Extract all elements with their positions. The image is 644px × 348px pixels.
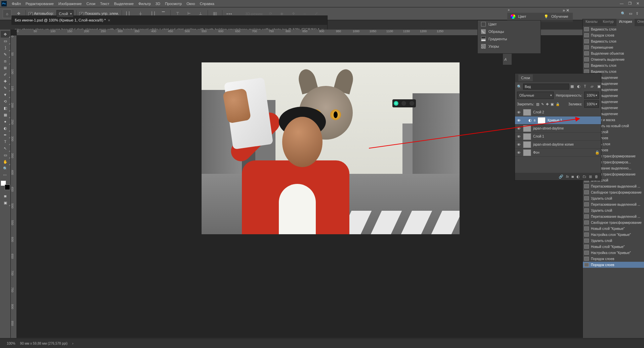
- minimize-icon[interactable]: —: [620, 1, 624, 6]
- home-button[interactable]: ⌂: [3, 9, 11, 18]
- lock-pixels-icon[interactable]: ✎: [541, 102, 544, 106]
- shape-tool[interactable]: ▭: [1, 152, 10, 158]
- close-icon[interactable]: ✕: [636, 1, 639, 6]
- menu-фильтр[interactable]: Фильтр: [136, 1, 153, 6]
- lock-position-icon[interactable]: ✥: [546, 102, 549, 106]
- edit-toolbar[interactable]: ⋯: [1, 172, 10, 179]
- history-brush-tool[interactable]: ⟲: [1, 98, 10, 105]
- stamp-tool[interactable]: ▼: [1, 91, 10, 98]
- history-tab[interactable]: Каналы: [583, 19, 600, 26]
- history-item[interactable]: Новый слой "Кривые": [583, 226, 644, 232]
- layer-group-icon[interactable]: 🗀: [583, 175, 586, 179]
- menu-3d[interactable]: 3D: [153, 1, 163, 6]
- layer-thumbnail[interactable]: [523, 133, 531, 140]
- history-item[interactable]: Свободное трансформирование: [583, 219, 644, 226]
- brush-tool[interactable]: ✎: [1, 85, 10, 91]
- history-item[interactable]: Порядок слоев: [583, 262, 644, 268]
- layer-thumbnail[interactable]: [523, 109, 531, 116]
- history-tab[interactable]: Операц: [635, 19, 644, 26]
- status-arrow-icon[interactable]: ›: [72, 342, 73, 345]
- delete-layer-icon[interactable]: 🗑: [595, 175, 598, 179]
- lasso-tool[interactable]: ⟆: [1, 44, 10, 51]
- workspace-icon[interactable]: ▭: [629, 11, 632, 16]
- history-item[interactable]: Порядок слоев: [583, 32, 644, 38]
- history-item[interactable]: Свободное трансформирование: [583, 189, 644, 195]
- samples-row[interactable]: Образцы: [478, 28, 541, 35]
- opacity-input[interactable]: 100%: [584, 92, 599, 99]
- layer-name-label[interactable]: japan-street-daytime: [533, 127, 564, 130]
- screen-mode-toggle[interactable]: ▣: [1, 199, 10, 206]
- history-item[interactable]: Настройка слоя "Кривые": [583, 250, 644, 256]
- layer-fx-icon[interactable]: fx: [566, 175, 569, 179]
- tab-close-icon[interactable]: ×: [108, 18, 111, 23]
- blend-mode-dropdown[interactable]: Обычные: [517, 92, 554, 99]
- autoselect-target-dropdown[interactable]: Слой: [56, 10, 74, 17]
- layer-row[interactable]: 👁japan-street-daytime копия: [515, 141, 601, 149]
- history-item[interactable]: Видимость слоя: [583, 38, 644, 44]
- layers-tab[interactable]: Слои: [518, 74, 533, 81]
- layer-visibility-icon[interactable]: 👁: [516, 118, 521, 122]
- history-item[interactable]: Удалить слой: [583, 195, 644, 201]
- color-row[interactable]: Цвет: [478, 20, 541, 28]
- layer-mask-thumbnail[interactable]: [538, 117, 546, 124]
- history-item[interactable]: Перетаскивание выделенной ...: [583, 213, 644, 219]
- history-tab[interactable]: История: [616, 19, 635, 26]
- layer-row[interactable]: 👁Слой 2: [515, 108, 601, 116]
- lock-artboard-icon[interactable]: ▣: [551, 102, 554, 106]
- document-canvas[interactable]: [202, 62, 460, 234]
- history-item[interactable]: Удалить слой: [583, 238, 644, 244]
- history-item[interactable]: Видимость слоя: [583, 62, 644, 68]
- zoom-tool[interactable]: 🔍: [1, 165, 10, 172]
- filter-shape-icon[interactable]: ▱: [591, 84, 595, 89]
- panel-collapse-icon[interactable]: »: [508, 8, 510, 12]
- patterns-row[interactable]: Узоры: [478, 43, 541, 50]
- lock-transparency-icon[interactable]: ▨: [536, 102, 539, 106]
- menu-справка[interactable]: Справка: [198, 1, 217, 6]
- share-icon[interactable]: ⇪: [636, 11, 639, 16]
- layer-visibility-icon[interactable]: 👁: [516, 143, 521, 147]
- filter-adj-icon[interactable]: ◐: [577, 84, 582, 89]
- dodge-tool[interactable]: ◐: [1, 125, 10, 132]
- eyedropper-tool[interactable]: ✐: [1, 71, 10, 78]
- layer-name-label[interactable]: japan-street-daytime копия: [533, 143, 573, 146]
- move-tool[interactable]: ✥: [1, 31, 10, 38]
- filter-smart-icon[interactable]: ▣: [597, 84, 602, 89]
- zoom-level[interactable]: 100%: [7, 342, 15, 345]
- layer-kind-filter[interactable]: [523, 84, 569, 90]
- menu-выделение[interactable]: Выделение: [112, 1, 136, 6]
- quick-mask-toggle[interactable]: ◙: [1, 193, 10, 199]
- layer-name-label[interactable]: Слой 2: [533, 110, 544, 114]
- menu-изображение[interactable]: Изображение: [56, 1, 84, 6]
- eraser-tool[interactable]: ◧: [1, 105, 10, 111]
- adjustment-layer-icon[interactable]: ◐: [576, 175, 580, 179]
- search-icon[interactable]: 🔍: [621, 11, 626, 16]
- new-layer-icon[interactable]: ⊞: [589, 175, 592, 179]
- menu-просмотр[interactable]: Просмотр: [163, 1, 184, 6]
- menu-слои[interactable]: Слои: [84, 1, 98, 6]
- color-tab[interactable]: Цвет: [507, 13, 541, 20]
- filter-pixel-icon[interactable]: ▦: [570, 84, 575, 89]
- layer-name-label[interactable]: Слой 1: [533, 135, 544, 138]
- layer-row[interactable]: 👁◐8Кривые 1: [515, 116, 601, 125]
- layer-mask-icon[interactable]: ◙: [571, 175, 574, 179]
- type-tool[interactable]: T: [1, 138, 10, 145]
- hand-tool[interactable]: ✋: [1, 158, 10, 165]
- pen-tool[interactable]: ✒: [1, 132, 10, 138]
- layer-name-label[interactable]: Фон: [533, 151, 540, 154]
- history-item[interactable]: Выделение объектов: [583, 50, 644, 56]
- history-item[interactable]: Перетаскивание выделенной ...: [583, 201, 644, 207]
- history-item[interactable]: Порядок слоев: [583, 256, 644, 262]
- menu-файл[interactable]: Файл: [9, 1, 23, 6]
- layer-thumbnail[interactable]: [523, 141, 531, 148]
- history-item[interactable]: Видимость слоя: [583, 26, 644, 32]
- lock-all-icon[interactable]: 🔒: [556, 102, 560, 106]
- path-select-tool[interactable]: ↖: [1, 145, 10, 152]
- color-swatches[interactable]: [1, 181, 10, 190]
- layer-visibility-icon[interactable]: 👁: [516, 110, 521, 114]
- link-layers-icon[interactable]: 🔗: [559, 175, 563, 179]
- history-item[interactable]: Отменить выделение: [583, 56, 644, 62]
- maximize-icon[interactable]: ❐: [628, 1, 632, 6]
- layer-row[interactable]: 👁Слой 1: [515, 133, 601, 141]
- layer-thumbnail[interactable]: [523, 149, 531, 156]
- quick-select-tool[interactable]: ✎: [1, 51, 10, 58]
